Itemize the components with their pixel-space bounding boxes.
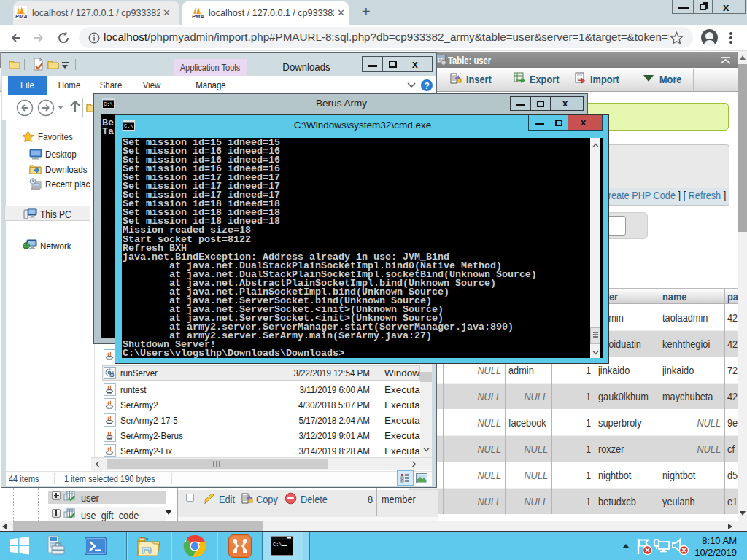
svg-text:PMA: PMA <box>192 13 204 19</box>
svg-text:PMA: PMA <box>15 13 27 19</box>
svg-text:C:\: C:\ <box>273 542 282 548</box>
